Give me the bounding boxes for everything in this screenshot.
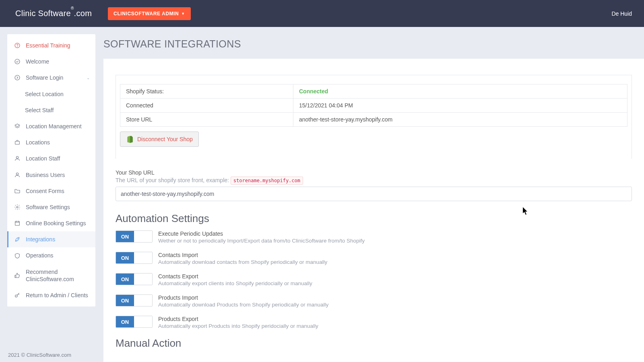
status-label: Shopify Status: xyxy=(120,84,293,99)
table-row: Connected 15/12/2021 04:04 PM xyxy=(120,99,627,113)
status-value: Connected xyxy=(299,88,328,95)
toggle-description: Automatically export Products into Shopi… xyxy=(158,323,318,329)
sidebar-item-business-users[interactable]: Business Users xyxy=(7,167,95,183)
toggle-title: Execute Periodic Updates xyxy=(158,230,365,237)
admin-dropdown-label: CLINICSOFTWARE ADMIN xyxy=(114,11,179,16)
connected-timestamp: 15/12/2021 04:04 PM xyxy=(293,99,627,113)
user-icon xyxy=(14,155,21,162)
sidebar: Essential Training Welcome Software Logi… xyxy=(7,34,95,306)
sidebar-item-essential-training[interactable]: Essential Training xyxy=(7,37,95,53)
key-icon xyxy=(14,292,21,299)
sidebar-item-label: Business Users xyxy=(26,171,90,179)
toggle-on-label: ON xyxy=(116,252,134,263)
sidebar-item-label: Return to Admin / Clients xyxy=(26,292,90,299)
shop-url-input[interactable] xyxy=(116,187,632,201)
toggle-on-label: ON xyxy=(116,295,134,306)
help-circle-icon xyxy=(14,42,21,49)
footer-copyright: 2021 © ClinicSoftware.com xyxy=(8,352,71,358)
sidebar-item-label: Select Staff xyxy=(25,107,90,114)
disconnect-shop-button[interactable]: Disconnect Your Shop xyxy=(120,132,199,147)
user-icon xyxy=(14,171,21,179)
sidebar-item-select-location[interactable]: Select Location xyxy=(7,86,95,102)
toggle-periodic-updates[interactable]: ON xyxy=(116,230,153,243)
toggle-contacts-export[interactable]: ON xyxy=(116,273,153,285)
toggle-description: Wether or not to periodically Import/Exp… xyxy=(158,238,365,244)
toggle-text: Contacts Export Automatically export cli… xyxy=(158,273,312,286)
sidebar-item-label: Consent Forms xyxy=(26,187,90,195)
svg-point-9 xyxy=(15,295,17,297)
arrow-circle-icon xyxy=(14,74,21,81)
toggle-off-segment xyxy=(134,295,152,306)
shopify-status-section: Shopify Status: Connected Connected 15/1… xyxy=(116,75,632,159)
svg-point-2 xyxy=(15,59,20,64)
sidebar-item-recommend[interactable]: Recommend ClinicSoftware.com xyxy=(7,264,95,287)
toggle-contacts-import[interactable]: ON xyxy=(116,252,153,264)
page-title: SOFTWARE INTEGRATIONS xyxy=(103,38,644,50)
sidebar-item-select-staff[interactable]: Select Staff xyxy=(7,102,95,118)
sidebar-item-label: Locations xyxy=(26,139,90,146)
connected-label: Connected xyxy=(120,99,293,113)
shop-url-field-group: Your Shop URL The URL of your shopify st… xyxy=(116,169,632,201)
automation-settings-title: Automation Settings xyxy=(116,212,632,225)
toggle-row-contacts-import: ON Contacts Import Automatically downloa… xyxy=(116,252,632,265)
table-row: Store URL another-test-store-yay.myshopi… xyxy=(120,113,627,127)
sidebar-item-consent-forms[interactable]: Consent Forms xyxy=(7,183,95,199)
toggle-row-periodic-updates: ON Execute Periodic Updates Wether or no… xyxy=(116,230,632,244)
svg-rect-8 xyxy=(15,221,20,225)
store-url-label: Store URL xyxy=(120,113,293,127)
toggle-description: Automatically export clients into Shopif… xyxy=(158,280,312,286)
sidebar-item-label: Recommend ClinicSoftware.com xyxy=(26,268,90,283)
toggle-products-import[interactable]: ON xyxy=(116,294,153,306)
toggle-on-label: ON xyxy=(116,231,134,242)
svg-rect-4 xyxy=(15,142,20,144)
sidebar-item-return-admin[interactable]: Return to Admin / Clients xyxy=(7,287,95,303)
sidebar-item-label: Welcome xyxy=(26,58,90,65)
sidebar-item-software-settings[interactable]: Software Settings xyxy=(7,199,95,215)
sidebar-item-location-management[interactable]: Location Management xyxy=(7,118,95,134)
sidebar-item-software-login[interactable]: Software Login ⌄ xyxy=(7,70,95,86)
toggle-row-products-import: ON Products Import Automatically downloa… xyxy=(116,294,632,308)
toggle-text: Contacts Import Automatically download c… xyxy=(158,252,327,265)
toggle-text: Execute Periodic Updates Wether or not t… xyxy=(158,230,365,244)
sidebar-item-label: Online Booking Settings xyxy=(26,220,90,227)
svg-point-7 xyxy=(17,206,18,208)
toggle-row-contacts-export: ON Contacts Export Automatically export … xyxy=(116,273,632,286)
shield-icon xyxy=(14,252,21,259)
toggle-products-export[interactable]: ON xyxy=(116,316,153,328)
sidebar-item-welcome[interactable]: Welcome xyxy=(7,53,95,70)
toggle-off-segment xyxy=(134,316,152,327)
toggle-description: Automatically download contacts from Sho… xyxy=(158,259,327,265)
toggle-text: Products Export Automatically export Pro… xyxy=(158,316,318,329)
sidebar-item-label: Operations xyxy=(26,252,90,259)
toggle-off-segment xyxy=(134,252,152,263)
sidebar-item-label: Location Staff xyxy=(26,155,90,162)
sidebar-item-locations[interactable]: Locations xyxy=(7,134,95,150)
sidebar-item-label: Location Management xyxy=(26,123,90,130)
layers-icon xyxy=(14,123,21,130)
disconnect-shop-label: Disconnect Your Shop xyxy=(137,136,193,142)
admin-dropdown-button[interactable]: CLINICSOFTWARE ADMIN ▼ xyxy=(108,7,191,20)
sidebar-item-label: Software Login xyxy=(26,74,82,81)
toggle-row-products-export: ON Products Export Automatically export … xyxy=(116,316,632,329)
shop-url-hint: The URL of your shopify store front, exa… xyxy=(116,177,632,183)
sidebar-item-operations[interactable]: Operations xyxy=(7,247,95,263)
topbar: Clinic Software®.com CLINICSOFTWARE ADMI… xyxy=(0,0,644,27)
topbar-user[interactable]: De Huid xyxy=(611,10,632,17)
shop-url-label: Your Shop URL xyxy=(116,169,632,176)
sidebar-item-integrations[interactable]: Integrations xyxy=(7,231,95,247)
content-card: Shopify Status: Connected Connected 15/1… xyxy=(103,59,644,362)
toggle-text: Products Import Automatically download P… xyxy=(158,294,328,308)
toggle-title: Products Import xyxy=(158,294,328,301)
svg-point-1 xyxy=(17,47,18,47)
sidebar-item-label: Select Location xyxy=(25,90,90,98)
rocket-icon xyxy=(14,236,21,243)
thumbs-up-icon xyxy=(14,272,21,279)
svg-point-3 xyxy=(15,75,20,80)
briefcase-icon xyxy=(14,139,21,146)
sidebar-item-location-staff[interactable]: Location Staff xyxy=(7,150,95,167)
table-row: Shopify Status: Connected xyxy=(120,84,627,99)
calendar-icon xyxy=(14,220,21,227)
folder-icon xyxy=(14,187,21,195)
sidebar-item-online-booking-settings[interactable]: Online Booking Settings xyxy=(7,215,95,231)
logo: Clinic Software®.com xyxy=(15,9,92,18)
